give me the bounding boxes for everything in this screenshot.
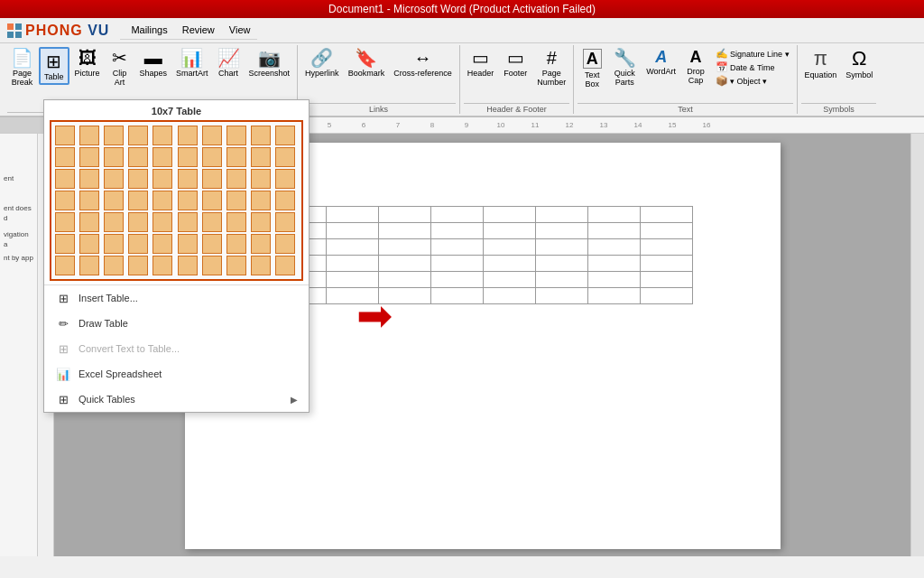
table-cell[interactable] [587,223,640,239]
screenshot-button[interactable]: 📷 Screenshot [245,47,294,79]
hyperlink-button[interactable]: 🔗 Hyperlink [301,47,343,79]
grid-cell[interactable] [226,256,246,275]
grid-cell[interactable] [275,191,295,210]
grid-cell[interactable] [226,147,246,167]
footer-button[interactable]: ▭ Footer [499,47,531,79]
grid-cell[interactable] [79,147,99,167]
grid-cell[interactable] [226,169,246,189]
table-cell[interactable] [430,207,483,223]
grid-cell[interactable] [55,256,75,275]
table-cell[interactable] [483,288,535,304]
grid-cell[interactable] [128,126,148,145]
equation-button[interactable]: π Equation [801,47,841,81]
table-cell[interactable] [483,223,535,239]
grid-cell[interactable] [202,191,222,210]
grid-cell[interactable] [226,191,246,210]
table-cell[interactable] [640,239,692,256]
grid-cell[interactable] [152,147,172,167]
page-break-button[interactable]: 📄 PageBreak [7,47,37,89]
excel-spreadsheet-item[interactable]: 📊 Excel Spreadsheet [44,361,309,387]
grid-cell[interactable] [128,191,148,210]
table-cell[interactable] [640,207,692,223]
quick-parts-button[interactable]: 🔧 QuickParts [608,47,641,89]
grid-cell[interactable] [152,191,172,210]
quick-tables-item[interactable]: ⊞ Quick Tables ▶ [44,387,309,412]
page-number-button[interactable]: # PageNumber [533,47,569,89]
grid-cell[interactable] [152,169,172,189]
table-cell[interactable] [430,256,483,272]
table-cell[interactable] [640,223,692,239]
grid-cell[interactable] [79,212,99,232]
table-cell[interactable] [430,288,483,304]
cross-reference-button[interactable]: ↔ Cross-reference [390,47,456,79]
grid-cell[interactable] [55,234,75,254]
table-cell[interactable] [326,256,378,272]
table-cell[interactable] [430,239,483,256]
table-cell[interactable] [378,256,430,272]
bookmark-button[interactable]: 🔖 Bookmark [345,47,389,79]
symbol-button[interactable]: Ω Symbol [842,47,876,81]
grid-cell[interactable] [178,147,198,167]
table-cell[interactable] [326,272,378,288]
grid-cell[interactable] [79,191,99,210]
grid-cell[interactable] [128,169,148,189]
grid-cell[interactable] [128,256,148,275]
grid-cell[interactable] [178,169,198,189]
table-cell[interactable] [378,207,430,223]
table-cell[interactable] [587,272,640,288]
table-cell[interactable] [430,223,483,239]
grid-cell[interactable] [226,126,246,145]
signature-line-button[interactable]: ✍ Signature Line ▾ [712,47,793,61]
grid-cell[interactable] [275,169,295,189]
table-cell[interactable] [640,256,692,272]
grid-cell[interactable] [79,169,99,189]
wordart-button[interactable]: A WordArt [642,47,679,78]
grid-cell[interactable] [55,191,75,210]
grid-cell[interactable] [152,234,172,254]
table-cell[interactable] [535,207,587,223]
grid-cell[interactable] [226,212,246,232]
table-cell[interactable] [378,272,430,288]
grid-cell[interactable] [202,256,222,275]
clip-art-button[interactable]: ✂ ClipArt [106,47,134,89]
table-grid[interactable] [50,120,303,281]
grid-cell[interactable] [104,212,124,232]
menu-review[interactable]: Review [175,23,222,37]
grid-cell[interactable] [152,126,172,145]
table-cell[interactable] [587,288,640,304]
menu-mailings[interactable]: Mailings [124,23,174,37]
grid-cell[interactable] [104,234,124,254]
table-cell[interactable] [326,239,378,256]
table-cell[interactable] [587,239,640,256]
grid-cell[interactable] [128,212,148,232]
grid-cell[interactable] [55,147,75,167]
grid-cell[interactable] [79,126,99,145]
grid-cell[interactable] [128,234,148,254]
grid-cell[interactable] [55,212,75,232]
table-cell[interactable] [535,288,587,304]
table-cell[interactable] [430,272,483,288]
table-cell[interactable] [483,207,535,223]
grid-cell[interactable] [104,256,124,275]
grid-cell[interactable] [178,126,198,145]
grid-cell[interactable] [251,126,271,145]
grid-cell[interactable] [251,191,271,210]
shapes-button[interactable]: ▬ Shapes [136,47,171,79]
header-button[interactable]: ▭ Header [464,47,498,79]
grid-cell[interactable] [104,169,124,189]
grid-cell[interactable] [104,191,124,210]
grid-cell[interactable] [202,169,222,189]
grid-cell[interactable] [251,256,271,275]
table-cell[interactable] [326,207,378,223]
grid-cell[interactable] [79,256,99,275]
grid-cell[interactable] [178,191,198,210]
table-cell[interactable] [326,223,378,239]
smartart-button[interactable]: 📊 SmartArt [172,47,212,79]
object-button[interactable]: 📦 ▾ Object ▾ [712,74,793,88]
table-cell[interactable] [483,256,535,272]
grid-cell[interactable] [202,126,222,145]
table-cell[interactable] [535,256,587,272]
text-box-button[interactable]: A TextBox [578,47,606,90]
insert-table-item[interactable]: ⊞ Insert Table... [44,285,309,311]
grid-cell[interactable] [178,212,198,232]
